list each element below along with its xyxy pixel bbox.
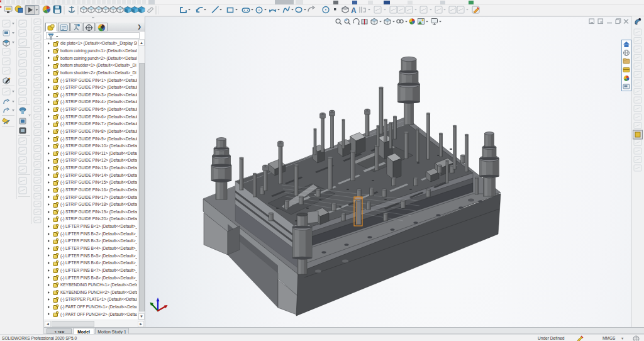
- svg-text:A: A: [351, 6, 357, 15]
